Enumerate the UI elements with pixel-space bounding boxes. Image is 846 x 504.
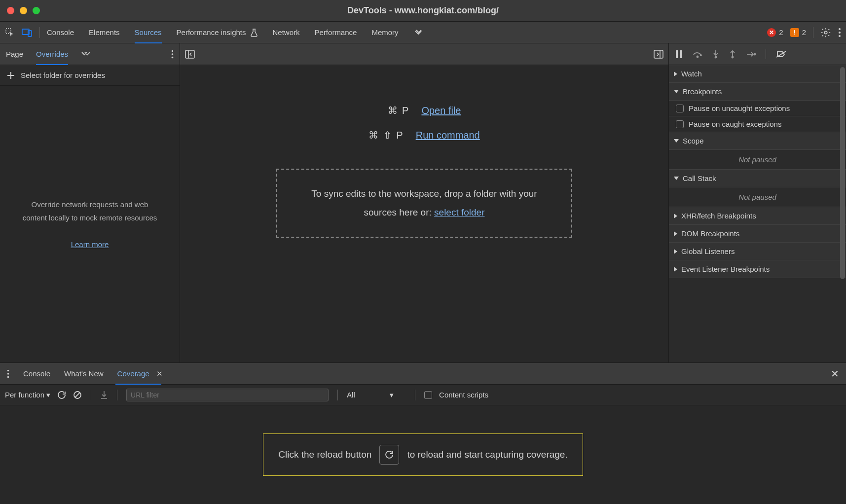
drawer-tab-console[interactable]: Console (23, 363, 50, 385)
content-scripts-checkbox[interactable] (424, 391, 432, 399)
svg-point-16 (732, 56, 734, 58)
main-toolbar: Console Elements Sources Performance ins… (0, 22, 846, 43)
svg-point-17 (754, 53, 756, 55)
more-navigator-tabs-icon[interactable] (81, 51, 90, 57)
svg-rect-2 (28, 31, 32, 36)
drawer-tab-coverage[interactable]: Coverage (117, 363, 149, 385)
navigator-tab-overrides[interactable]: Overrides (36, 43, 68, 65)
coverage-hint-before: Click the reload button (278, 449, 371, 460)
tab-console[interactable]: Console (47, 22, 74, 43)
tab-elements[interactable]: Elements (89, 22, 120, 43)
close-drawer-icon[interactable]: ✕ (831, 368, 839, 380)
traffic-lights (7, 7, 40, 14)
scope-not-paused: Not paused (669, 150, 846, 170)
svg-point-5 (839, 32, 841, 34)
section-watch[interactable]: Watch (669, 65, 846, 83)
svg-point-20 (7, 376, 9, 378)
section-breakpoints[interactable]: Breakpoints (669, 83, 846, 101)
toggle-debugger-icon[interactable] (654, 50, 663, 59)
svg-point-6 (839, 35, 841, 37)
drawer-kebab-icon[interactable] (7, 369, 9, 378)
svg-point-3 (824, 31, 827, 34)
section-scope[interactable]: Scope (669, 132, 846, 150)
coverage-hint: Click the reload button to reload and st… (263, 433, 583, 476)
select-folder-overrides-button[interactable]: Select folder for overrides (0, 65, 180, 86)
tab-performance-insights-label: Performance insights (177, 28, 246, 36)
reload-icon[interactable] (57, 391, 66, 399)
coverage-toolbar: Per function ▾ All ▾ Content scripts (0, 385, 846, 405)
tab-network[interactable]: Network (273, 22, 300, 43)
url-filter-input[interactable] (126, 389, 329, 401)
more-tabs-icon[interactable] (413, 29, 423, 36)
chevron-down-icon: ▾ (390, 391, 394, 399)
section-xhr-breakpoints[interactable]: XHR/fetch Breakpoints (669, 207, 846, 225)
navigator-panel: Page Overrides Select folder for overrid… (0, 43, 180, 362)
close-window-button[interactable] (7, 7, 14, 14)
run-command-link[interactable]: Run command (416, 130, 480, 141)
overrides-hint-text: Override network requests and web conten… (20, 198, 160, 224)
drawer-tab-whatsnew[interactable]: What's New (64, 363, 104, 385)
minimize-window-button[interactable] (20, 7, 27, 14)
svg-point-15 (715, 56, 717, 58)
error-badge[interactable]: ✕ 2 (767, 28, 783, 37)
device-toggle-icon[interactable] (22, 28, 33, 37)
section-xhr-label: XHR/fetch Breakpoints (681, 212, 756, 220)
coverage-granularity-select[interactable]: Per function ▾ (5, 391, 50, 399)
toggle-navigator-icon[interactable] (185, 50, 195, 59)
clear-icon[interactable] (73, 391, 82, 399)
workspace-dropzone[interactable]: To sync edits to the workspace, drop a f… (276, 169, 572, 238)
inspect-element-icon[interactable] (5, 28, 15, 37)
navigator-tab-page[interactable]: Page (6, 43, 23, 65)
section-breakpoints-label: Breakpoints (683, 87, 722, 96)
editor-panel: ⌘ P Open file ⌘ ⇧ P Run command To sync … (180, 43, 668, 362)
run-command-shortcut: ⌘ ⇧ P (368, 129, 404, 141)
content-scripts-label: Content scripts (439, 391, 488, 399)
navigator-kebab-icon[interactable] (171, 50, 174, 59)
overrides-learn-more-link[interactable]: Learn more (71, 238, 109, 251)
close-coverage-tab-icon[interactable]: ✕ (156, 369, 163, 378)
pause-uncaught-row[interactable]: Pause on uncaught exceptions (669, 101, 846, 116)
pause-uncaught-label: Pause on uncaught exceptions (689, 104, 790, 112)
section-call-stack[interactable]: Call Stack (669, 170, 846, 187)
settings-gear-icon[interactable] (820, 27, 831, 38)
select-folder-link[interactable]: select folder (434, 207, 484, 217)
pause-uncaught-checkbox[interactable] (676, 105, 684, 112)
tab-performance[interactable]: Performance (315, 22, 357, 43)
section-dom-breakpoints[interactable]: DOM Breakpoints (669, 225, 846, 243)
coverage-type-filter-label: All (347, 391, 355, 399)
warning-count: 2 (802, 28, 806, 36)
tab-memory[interactable]: Memory (371, 22, 398, 43)
pause-script-icon[interactable] (675, 50, 683, 59)
section-global-listeners[interactable]: Global Listeners (669, 243, 846, 260)
export-icon[interactable] (100, 391, 108, 399)
deactivate-breakpoints-icon[interactable] (776, 50, 787, 58)
open-file-link[interactable]: Open file (421, 105, 461, 116)
coverage-hint-reload-button[interactable] (379, 445, 399, 465)
plus-icon (7, 72, 15, 79)
pause-caught-row[interactable]: Pause on caught exceptions (669, 116, 846, 132)
kebab-menu-icon[interactable] (838, 28, 841, 37)
tab-performance-insights[interactable]: Performance insights (177, 22, 258, 43)
step-into-icon[interactable] (712, 50, 719, 59)
error-count: 2 (779, 28, 783, 36)
svg-point-7 (172, 50, 174, 52)
warning-badge[interactable]: ! 2 (790, 28, 806, 37)
step-out-icon[interactable] (729, 50, 736, 59)
svg-rect-13 (680, 50, 682, 58)
step-icon[interactable] (746, 51, 756, 57)
coverage-granularity-label: Per function (5, 391, 44, 399)
section-event-listener-breakpoints[interactable]: Event Listener Breakpoints (669, 260, 846, 278)
tab-sources[interactable]: Sources (135, 22, 162, 43)
scrollbar[interactable] (840, 67, 845, 279)
dropzone-text: To sync edits to the workspace, drop a f… (311, 188, 537, 217)
select-folder-overrides-label: Select folder for overrides (21, 71, 105, 79)
beaker-icon (250, 28, 258, 37)
section-call-stack-label: Call Stack (683, 174, 716, 182)
step-over-icon[interactable] (693, 50, 702, 58)
error-icon: ✕ (767, 28, 776, 37)
coverage-type-filter[interactable]: All ▾ (347, 391, 406, 399)
maximize-window-button[interactable] (33, 7, 40, 14)
warning-icon: ! (790, 28, 799, 37)
chevron-down-icon: ▾ (46, 391, 50, 399)
pause-caught-checkbox[interactable] (676, 120, 684, 128)
